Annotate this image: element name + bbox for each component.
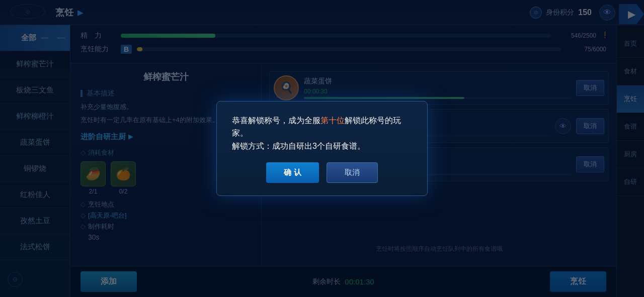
popup-confirm-btn[interactable]: 确 认 xyxy=(266,162,318,183)
popup-overlay: 恭喜解锁称号，成为全服第十位解锁此称号的玩家。 解锁方式：成功自研出3个自研食谱… xyxy=(0,0,644,297)
popup-text-before: 恭喜解锁称号，成为全服 xyxy=(232,116,320,125)
popup-cancel-btn[interactable]: 取消 xyxy=(327,162,378,183)
popup-unlock-label: 解锁方式：成功自研出3个自研食谱。 xyxy=(232,142,365,150)
popup-text: 恭喜解锁称号，成为全服第十位解锁此称号的玩家。 解锁方式：成功自研出3个自研食谱… xyxy=(232,114,412,153)
popup-buttons: 确 认 取消 xyxy=(232,162,412,183)
popup-highlight: 第十位 xyxy=(320,116,345,125)
popup-dialog: 恭喜解锁称号，成为全服第十位解锁此称号的玩家。 解锁方式：成功自研出3个自研食谱… xyxy=(216,101,428,196)
